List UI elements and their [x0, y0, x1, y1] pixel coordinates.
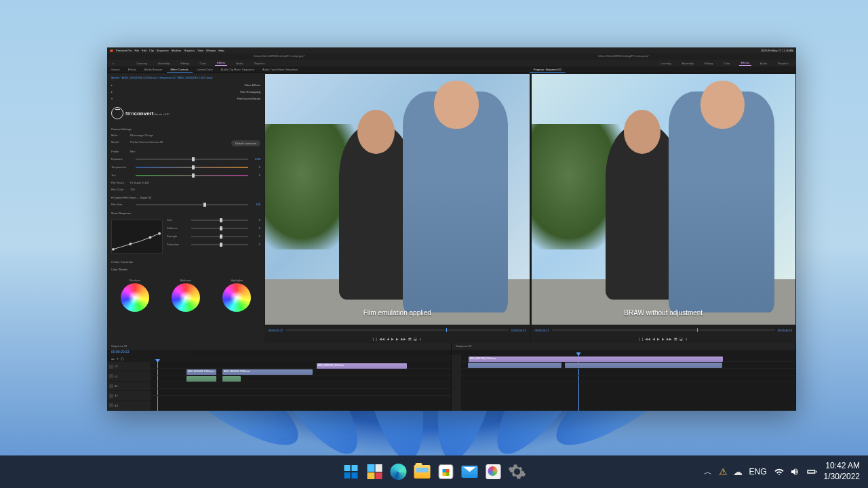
temperature-slider[interactable]: Temperature0	[111, 165, 260, 169]
timeline-clip[interactable]	[565, 363, 722, 368]
timeline-clip[interactable]: A002_08201033_C029.braw	[469, 357, 723, 362]
track-header-v2[interactable]: V2	[107, 362, 151, 371]
ws2-color[interactable]: Color	[722, 61, 732, 66]
menu-clip[interactable]: Clip	[149, 49, 154, 52]
prg-mark-out-icon[interactable]: }	[642, 337, 644, 341]
ws2-effects[interactable]: Effects	[739, 60, 751, 66]
exposure-slider[interactable]: Exposure0.00	[111, 157, 260, 161]
timeline-tc-left[interactable]: 00:00:20:22	[107, 350, 151, 355]
timeline-content-right[interactable]: A002_08201033_C029.braw	[461, 355, 795, 411]
ws2-editing[interactable]: Editing	[703, 61, 715, 66]
prg-stepfwd-icon[interactable]: ▶	[662, 337, 665, 341]
disclose-fc[interactable]: ▾	[111, 97, 113, 100]
ph-clipmixer[interactable]: Audio Clip Mixer: Sequence	[217, 66, 258, 73]
highlights-wheel[interactable]	[222, 283, 251, 312]
apple-menu-icon[interactable]: 🍎	[110, 49, 113, 52]
ws-learning[interactable]: Learning	[134, 61, 149, 66]
grain-strength-slider[interactable]: Strength0	[167, 235, 260, 238]
ws-audio[interactable]: Audio	[234, 61, 245, 66]
menu-view[interactable]: View	[197, 49, 203, 52]
menu-markers[interactable]: Markers	[172, 49, 181, 52]
prg-play-icon[interactable]: ▶	[657, 337, 660, 341]
ws2-graphics[interactable]: Graphics	[776, 61, 791, 66]
prg-export-icon[interactable]: ⤓	[685, 337, 688, 341]
grain-response-curve[interactable]	[111, 220, 163, 253]
camera-model-select[interactable]: Pocket Cinema Camera 4K	[130, 140, 163, 146]
ph-media[interactable]: Media Browser	[140, 66, 167, 73]
widgets-button[interactable]	[366, 462, 384, 481]
ws-effects[interactable]: Effects	[215, 60, 227, 66]
src-prev-icon[interactable]: ◀◀	[379, 337, 384, 341]
source-scrubber[interactable]	[285, 329, 509, 331]
grain-size-slider[interactable]: Size0	[167, 218, 260, 222]
default-correction-button[interactable]: Default correction	[231, 140, 260, 146]
prg-lift-icon[interactable]: ⬒	[674, 337, 677, 341]
ws2-assembly[interactable]: Assembly	[679, 61, 695, 66]
source-video[interactable]: Film emulation applied	[265, 74, 530, 325]
shadows-wheel[interactable]	[121, 283, 149, 312]
app-name[interactable]: Premiere Pro	[116, 49, 132, 52]
ws2-audio[interactable]: Audio	[758, 61, 769, 66]
disclose-tr[interactable]: ▸	[111, 90, 113, 94]
track-header-v1[interactable]: V1	[107, 371, 151, 381]
color-correction-group[interactable]: ▾ Color Correction	[111, 260, 260, 264]
edge-icon[interactable]	[389, 462, 408, 481]
tray-onedrive-warning-icon[interactable]: ⚠	[719, 466, 728, 477]
camera-profile-select[interactable]: Film	[130, 150, 136, 153]
grain-saturation-slider[interactable]: Saturation0	[167, 243, 260, 246]
source-tc-out[interactable]: 00:00:46:13	[511, 329, 526, 332]
menu-graphics[interactable]: Graphics	[184, 49, 195, 52]
ms-store-icon[interactable]	[437, 462, 456, 481]
ph-effects[interactable]: Effects	[124, 66, 140, 73]
program-scrubber[interactable]	[552, 329, 775, 331]
tray-language[interactable]: ENG	[749, 467, 767, 476]
tray-wifi-icon[interactable]	[774, 466, 785, 477]
menu-window[interactable]: Window	[206, 49, 216, 52]
tool-snap-icon[interactable]: ⌖	[117, 357, 119, 361]
source-tc-in[interactable]: 00:00:20:22	[269, 329, 283, 332]
file-explorer-icon[interactable]	[413, 462, 432, 481]
tray-battery-icon[interactable]	[806, 466, 817, 477]
menu-help[interactable]: Help	[218, 49, 224, 52]
prg-next-icon[interactable]: ▶▶	[667, 337, 672, 341]
mac-status-right[interactable]: 100% Fri May 22 11:26 AM	[761, 49, 793, 52]
ph-program[interactable]: Program: Sequence 02	[530, 66, 566, 73]
camera-make-select[interactable]: Blackmagic Design	[130, 134, 153, 137]
src-insert-icon[interactable]: ⬒	[408, 337, 412, 341]
ph-source[interactable]: Source	[107, 66, 124, 73]
tool-link-icon[interactable]: ⬡	[121, 357, 123, 361]
time-ruler-right[interactable]	[461, 350, 795, 355]
timeline-clip[interactable]	[222, 376, 241, 382]
src-stepfwd-icon[interactable]: ▶	[396, 337, 399, 341]
src-mark-in-icon[interactable]: {	[373, 337, 374, 341]
tray-onedrive-icon[interactable]: ☁	[733, 466, 743, 477]
tool-selection-icon[interactable]: ▭	[111, 357, 115, 361]
ws2-learning[interactable]: Learning	[658, 61, 673, 66]
ph-trackmixer[interactable]: Audio Track Mixer: Sequence	[258, 66, 302, 73]
program-tc-in[interactable]: 00:00:40:13	[535, 329, 549, 332]
film-stock-select[interactable]: FJ Super X 400	[130, 181, 149, 184]
prg-extract-icon[interactable]: ⬓	[679, 337, 683, 341]
src-play-icon[interactable]: ▶	[391, 337, 394, 341]
timeline-clip[interactable]	[186, 376, 216, 382]
ph-lumetri[interactable]: Lumetri Color	[193, 66, 217, 73]
menu-file[interactable]: File	[135, 49, 139, 52]
disclose-video[interactable]: ▸	[111, 83, 113, 87]
program-tc-out[interactable]: 00:00:46:13	[778, 329, 792, 332]
grain-softness-slider[interactable]: Softness0	[167, 226, 260, 230]
src-overwrite-icon[interactable]: ⬓	[414, 337, 417, 341]
prg-prev-icon[interactable]: ◀◀	[645, 337, 650, 341]
timeline-clip[interactable]: A002_08201033_C029.braw	[317, 363, 407, 369]
tray-chevron-icon[interactable]: ︿	[704, 466, 712, 478]
menu-sequence[interactable]: Sequence	[157, 49, 169, 52]
src-next-icon[interactable]: ▶▶	[401, 337, 406, 341]
ph-effect-controls[interactable]: Effect Controls	[167, 66, 193, 73]
program-video[interactable]: BRAW without adjustment	[532, 74, 796, 325]
prg-mark-in-icon[interactable]: {	[639, 337, 640, 341]
timeline-clip[interactable]	[468, 363, 561, 368]
ws-color[interactable]: Color	[198, 61, 209, 66]
start-button[interactable]	[342, 462, 361, 481]
seq-tab-right[interactable]: Sequence 02	[456, 344, 472, 348]
mail-icon[interactable]	[460, 462, 479, 481]
settings-icon[interactable]	[508, 462, 527, 481]
